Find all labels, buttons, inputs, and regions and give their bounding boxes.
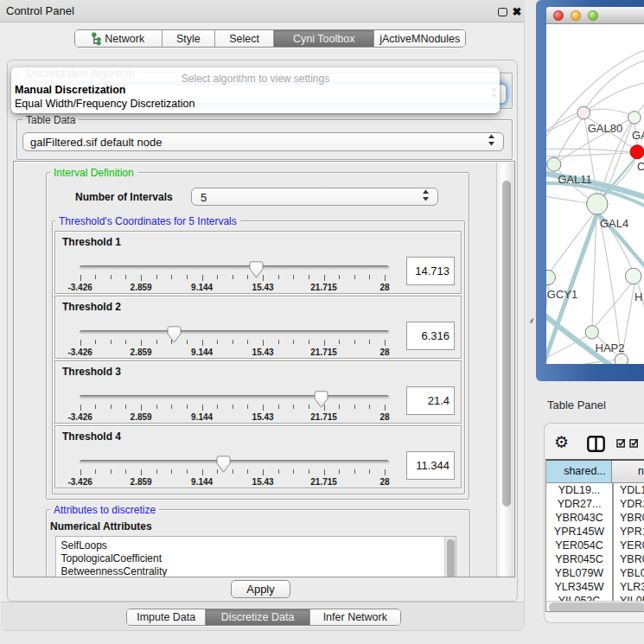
network-node[interactable] bbox=[625, 268, 641, 284]
threshold-4-value-field[interactable]: 11.344 bbox=[406, 451, 455, 480]
slider-tick bbox=[171, 405, 172, 409]
slider-tick bbox=[354, 469, 355, 474]
slider-tick-label: -3.426 bbox=[67, 283, 92, 292]
slider-tick bbox=[111, 340, 112, 344]
split-pane-collapse-icon[interactable] bbox=[529, 317, 535, 324]
slider-tick bbox=[293, 405, 294, 409]
threshold-4-slider-track[interactable] bbox=[80, 460, 389, 465]
checkbox-icon[interactable] bbox=[629, 438, 639, 448]
dropdown-hint-item[interactable]: Select algorithm to view settings bbox=[11, 73, 500, 85]
network-node[interactable] bbox=[577, 106, 590, 119]
slider-tick-label: 9.144 bbox=[191, 412, 213, 422]
tab-style[interactable]: Style bbox=[162, 30, 215, 47]
attributes-list-scrollbar[interactable] bbox=[444, 537, 456, 577]
dropdown-item-manual-discretization[interactable]: Manual Discretization bbox=[14, 84, 496, 96]
network-node[interactable] bbox=[587, 194, 608, 214]
settings-scroll-panel: Interval Definition Number of Intervals … bbox=[13, 161, 515, 577]
tab-infer-network[interactable]: Infer Network bbox=[309, 609, 400, 625]
panel-vertical-scrollbar[interactable] bbox=[496, 163, 513, 577]
checkbox-icon[interactable] bbox=[616, 438, 626, 448]
close-traffic-light[interactable] bbox=[553, 10, 564, 21]
slider-tick bbox=[202, 275, 203, 281]
slider-tick bbox=[125, 405, 126, 409]
table-header-name[interactable]: n bbox=[612, 461, 644, 483]
threshold-4-slider-thumb[interactable] bbox=[216, 456, 231, 473]
numerical-attribute-item[interactable]: BetweennessCentrality bbox=[56, 565, 456, 577]
threshold-2-label: Threshold 2 bbox=[62, 301, 121, 313]
threshold-1-slider-track[interactable] bbox=[80, 265, 389, 271]
slider-tick bbox=[369, 275, 370, 279]
table-horizontal-scrollbar-thumb[interactable] bbox=[549, 603, 644, 612]
table-row[interactable]: YBL079WYBL07 bbox=[546, 566, 644, 580]
numerical-attribute-item[interactable]: SelfLoops bbox=[56, 539, 456, 552]
network-node[interactable] bbox=[628, 112, 641, 124]
slider-tick-label: 2.859 bbox=[131, 283, 152, 292]
slider-tick bbox=[309, 469, 309, 474]
slider-tick bbox=[369, 340, 370, 344]
network-node[interactable] bbox=[615, 354, 628, 364]
float-window-icon[interactable] bbox=[498, 8, 507, 16]
network-node[interactable] bbox=[546, 270, 556, 284]
slider-tick bbox=[354, 275, 355, 279]
slider-tick bbox=[309, 275, 309, 279]
attributes-list-scrollbar-thumb[interactable] bbox=[447, 539, 455, 577]
attributes-to-discretize-group-title: Attributes to discretize bbox=[50, 504, 159, 516]
table-row[interactable]: YDL19...YDL19 bbox=[546, 483, 644, 497]
tab-jactivemnodules[interactable]: jActiveMNodules bbox=[373, 30, 465, 47]
tab-label: Style bbox=[176, 33, 201, 45]
tab-cyni-toolbox[interactable]: Cyni Toolbox bbox=[273, 30, 373, 47]
slider-tick bbox=[141, 469, 142, 475]
number-of-intervals-label: Number of Intervals bbox=[75, 191, 173, 203]
network-node[interactable] bbox=[547, 157, 561, 171]
network-edge bbox=[546, 50, 644, 151]
threshold-3-value-field[interactable]: 21.4 bbox=[406, 386, 455, 415]
apply-button[interactable]: Apply bbox=[231, 580, 290, 598]
table-row[interactable]: YBR045CYBR04 bbox=[546, 552, 644, 566]
threshold-1-slider-thumb[interactable] bbox=[249, 261, 264, 278]
table-row[interactable]: YLR345WYLR34 bbox=[546, 580, 644, 594]
thresholds-coordinates-group-title: Threshold's Coordinates for 5 Intervals bbox=[55, 215, 240, 227]
network-node[interactable] bbox=[585, 326, 598, 339]
tab-label: Impute Data bbox=[137, 611, 195, 623]
table-cell-name: YDR27 bbox=[612, 497, 644, 511]
table-data-combobox[interactable]: galFiltered.sif default node bbox=[22, 132, 504, 151]
threshold-3-slider-track[interactable] bbox=[80, 395, 389, 400]
slider-tick-label: 2.859 bbox=[131, 412, 152, 422]
dropdown-item-equal-width[interactable]: Equal Width/Frequency Discretization bbox=[14, 98, 496, 110]
slider-tick-label: 2.859 bbox=[131, 348, 152, 357]
numerical-attribute-item[interactable]: TopologicalCoefficient bbox=[56, 552, 456, 565]
table-cell-name: YLR34 bbox=[612, 580, 644, 594]
threshold-2-value-field[interactable]: 6.316 bbox=[406, 322, 455, 350]
tab-select[interactable]: Select bbox=[214, 30, 273, 47]
tab-label: Infer Network bbox=[323, 611, 387, 623]
table-horizontal-scrollbar[interactable] bbox=[546, 601, 644, 613]
table-row[interactable]: YBR043CYBR04 bbox=[546, 511, 644, 525]
threshold-1-value-field[interactable]: 14.713 bbox=[406, 257, 455, 285]
table-header-shared-name[interactable]: shared... bbox=[546, 461, 612, 483]
threshold-2-slider-thumb[interactable] bbox=[167, 326, 182, 343]
panel-vertical-scrollbar-thumb[interactable] bbox=[502, 181, 511, 507]
numerical-attributes-list[interactable]: SelfLoopsTopologicalCoefficientBetweenne… bbox=[55, 536, 456, 577]
slider-tick-label: 9.144 bbox=[191, 283, 213, 292]
tab-impute-data[interactable]: Impute Data bbox=[127, 609, 205, 625]
table-row[interactable]: YPR145WYPR14 bbox=[546, 525, 644, 539]
split-columns-icon[interactable] bbox=[587, 436, 605, 452]
table-row[interactable]: YER054CYER05 bbox=[546, 539, 644, 552]
network-node[interactable] bbox=[630, 145, 644, 159]
close-icon[interactable]: ✖ bbox=[511, 6, 523, 18]
minimize-traffic-light[interactable] bbox=[571, 10, 581, 21]
number-of-intervals-combobox[interactable]: 5 bbox=[191, 188, 438, 206]
gear-icon[interactable]: ⚙ bbox=[554, 432, 569, 451]
network-canvas[interactable]: GAL80GACGAL11GAL4GCY1HHAP2 bbox=[546, 24, 644, 364]
zoom-traffic-light[interactable] bbox=[588, 10, 598, 21]
threshold-3-label: Threshold 3 bbox=[62, 366, 121, 378]
numerical-attributes-label: Numerical Attributes bbox=[50, 520, 152, 532]
slider-tick bbox=[263, 405, 264, 411]
table-cell-name: YPR14 bbox=[612, 525, 644, 539]
table-row[interactable]: YDR27...YDR27 bbox=[546, 497, 644, 511]
tab-network[interactable]: Network bbox=[75, 30, 162, 47]
network-edge bbox=[546, 194, 589, 203]
tab-discretize-data[interactable]: Discretize Data bbox=[205, 609, 309, 625]
threshold-3-slider-thumb[interactable] bbox=[314, 391, 328, 408]
threshold-2-slider-track[interactable] bbox=[80, 330, 389, 335]
